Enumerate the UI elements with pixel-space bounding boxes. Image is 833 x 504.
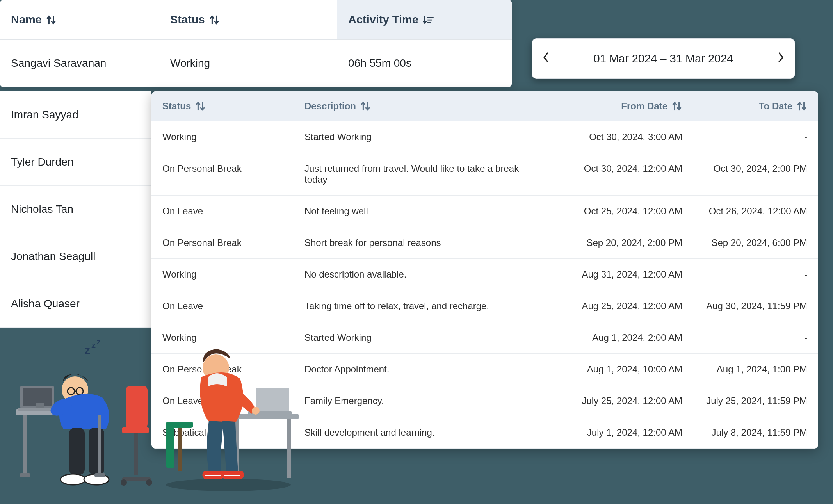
detail-row[interactable]: On Leave Not feeling well Oct 25, 2024, …	[151, 196, 818, 227]
detail-cell-from: Oct 30, 2024, 3:00 AM	[532, 121, 693, 153]
svg-rect-6	[126, 386, 148, 429]
svg-text:z: z	[85, 344, 90, 356]
detail-cell-from: Sep 20, 2024, 2:00 PM	[532, 227, 693, 258]
detail-cell-status: Working	[151, 322, 294, 353]
detail-row[interactable]: On Personal Break Doctor Appointment. Au…	[151, 354, 818, 385]
overview-header-activity[interactable]: Activity Time	[337, 0, 512, 39]
detail-cell-to: -	[693, 322, 818, 353]
detail-cell-status: Working	[151, 259, 294, 290]
svg-text:z: z	[97, 339, 100, 346]
side-name-row[interactable]: Tyler Durden	[0, 139, 151, 186]
detail-cell-from: July 1, 2024, 12:00 AM	[532, 417, 693, 448]
svg-rect-23	[20, 473, 30, 477]
svg-rect-7	[16, 409, 105, 415]
sort-desc-icon	[422, 14, 434, 25]
detail-cell-to: Oct 30, 2024, 2:00 PM	[693, 153, 818, 195]
sort-icon	[195, 101, 206, 112]
side-name-row[interactable]: Imran Sayyad	[0, 91, 151, 139]
svg-rect-24	[94, 473, 105, 477]
overview-table: Name Status Activity Time Sangavi Sarava…	[0, 0, 512, 87]
svg-rect-8	[20, 386, 54, 408]
detail-cell-description: Family Emergency.	[294, 385, 532, 417]
detail-row[interactable]: On Leave Taking time off to relax, trave…	[151, 290, 818, 322]
detail-row[interactable]: On Leave Family Emergency. July 25, 2024…	[151, 385, 818, 417]
side-name-label: Jonathan Seagull	[11, 250, 95, 262]
detail-cell-to: -	[693, 121, 818, 153]
detail-cell-status: On Personal Break	[151, 227, 294, 258]
svg-rect-21	[23, 415, 27, 474]
detail-cell-description: Just returned from travel. Would like to…	[294, 153, 532, 195]
overview-header-status-label: Status	[170, 13, 205, 26]
side-name-row[interactable]: Nicholas Tan	[0, 186, 151, 233]
detail-cell-from: Oct 25, 2024, 12:00 AM	[532, 196, 693, 227]
svg-point-20	[84, 474, 109, 485]
sort-icon	[360, 101, 371, 112]
detail-row[interactable]: On Personal Break Short break for person…	[151, 227, 818, 259]
detail-cell-to: Oct 26, 2024, 12:00 AM	[693, 196, 818, 227]
detail-cell-description: Started Working	[294, 322, 532, 353]
detail-header-to[interactable]: To Date	[693, 91, 818, 121]
activity-detail-table: Status Description From Date To Date Wor…	[151, 91, 818, 449]
svg-text:z: z	[91, 340, 96, 350]
svg-point-12	[62, 376, 88, 403]
detail-header-status[interactable]: Status	[151, 91, 294, 121]
svg-rect-25	[134, 428, 138, 475]
detail-cell-to: -	[693, 259, 818, 290]
detail-cell-to: July 25, 2024, 11:59 PM	[693, 385, 818, 417]
chevron-left-icon	[542, 52, 550, 66]
overview-header-name[interactable]: Name	[0, 0, 159, 39]
side-names-list: Imran Sayyad Tyler Durden Nicholas Tan J…	[0, 91, 151, 328]
svg-point-16	[48, 395, 75, 419]
svg-rect-11	[36, 403, 44, 408]
sleeping-person-illustration: z z z	[9, 339, 153, 495]
detail-cell-status: Sabbatical	[151, 417, 294, 448]
detail-cell-status: On Personal Break	[151, 153, 294, 195]
detail-cell-description: Started Working	[294, 121, 532, 153]
side-name-label: Alisha Quaser	[11, 297, 80, 310]
detail-cell-from: Aug 1, 2024, 10:00 AM	[532, 354, 693, 385]
overview-header-status[interactable]: Status	[159, 0, 337, 39]
detail-row[interactable]: On Personal Break Just returned from tra…	[151, 153, 818, 196]
detail-cell-description: Short break for personal reasons	[294, 227, 532, 258]
sort-icon	[209, 14, 220, 25]
detail-cell-from: Oct 30, 2024, 12:00 AM	[532, 153, 693, 195]
side-name-row[interactable]: Jonathan Seagull	[0, 233, 151, 280]
date-prev-button[interactable]	[532, 52, 561, 66]
svg-point-13	[68, 388, 75, 395]
detail-cell-description: Doctor Appointment.	[294, 354, 532, 385]
detail-cell-status: Working	[151, 121, 294, 153]
detail-row[interactable]: Working Started Working Oct 30, 2024, 3:…	[151, 121, 818, 153]
svg-rect-10	[18, 408, 57, 411]
detail-cell-status: On Leave	[151, 290, 294, 322]
detail-row[interactable]: Sabbatical Skill development and learnin…	[151, 417, 818, 449]
detail-cell-status: On Personal Break	[151, 354, 294, 385]
sort-icon	[46, 14, 57, 25]
detail-cell-from: Aug 1, 2024, 2:00 AM	[532, 322, 693, 353]
detail-cell-description: Taking time off to relax, travel, and re…	[294, 290, 532, 322]
detail-header-description-label: Description	[304, 101, 356, 112]
svg-point-40	[166, 479, 291, 491]
detail-cell-description: No description available.	[294, 259, 532, 290]
detail-header-from-label: From Date	[621, 101, 667, 112]
sort-icon	[796, 101, 807, 112]
detail-header-to-label: To Date	[759, 101, 792, 112]
detail-header-description[interactable]: Description	[294, 91, 532, 121]
overview-row[interactable]: Sangavi Saravanan Working 06h 55m 00s	[0, 40, 512, 87]
date-next-button[interactable]	[766, 52, 795, 66]
side-name-label: Imran Sayyad	[11, 109, 78, 121]
detail-row[interactable]: Working No description available. Aug 31…	[151, 259, 818, 290]
detail-header-row: Status Description From Date To Date	[151, 91, 818, 121]
svg-rect-9	[23, 388, 52, 406]
date-range-text[interactable]: 01 Mar 2024 – 31 Mar 2024	[561, 52, 766, 65]
svg-point-28	[146, 479, 152, 486]
overview-header-name-label: Name	[11, 13, 42, 26]
detail-cell-description: Not feeling well	[294, 196, 532, 227]
detail-cell-from: Aug 25, 2024, 12:00 AM	[532, 290, 693, 322]
svg-rect-22	[98, 415, 101, 474]
overview-cell-name: Sangavi Saravanan	[0, 40, 159, 87]
detail-row[interactable]: Working Started Working Aug 1, 2024, 2:0…	[151, 322, 818, 354]
detail-header-status-label: Status	[162, 101, 191, 112]
chevron-right-icon	[776, 52, 785, 66]
detail-header-from[interactable]: From Date	[532, 91, 693, 121]
side-name-row[interactable]: Alisha Quaser	[0, 280, 151, 328]
